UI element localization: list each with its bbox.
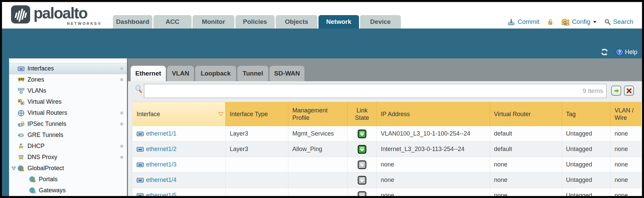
subtab-sd-wan[interactable]: SD-WAN (270, 66, 304, 81)
sidebar-list: InterfacesZonesVLANsVirtual WiresVirtual… (9, 63, 127, 196)
sidebar-item-zones[interactable]: Zones (9, 74, 127, 85)
column-header-management-profile[interactable]: Management Profile (288, 102, 348, 126)
cell-virtual-router: default (490, 126, 562, 141)
sidebar-item-portals[interactable]: Portals (9, 174, 127, 185)
table-row[interactable]: ethernet1/3nonenoneUntaggednone (133, 157, 641, 172)
cell-management-profile (288, 188, 348, 196)
link-state-down-icon (358, 160, 366, 169)
column-header-interface[interactable]: Interface (133, 102, 226, 126)
virtual-wires-icon (18, 99, 24, 105)
interfaces-icon (18, 65, 24, 72)
sidebar-item-label: Interfaces (27, 65, 54, 72)
interface-icon (137, 147, 144, 152)
sidebar-item-label: Virtual Routers (27, 109, 67, 116)
cell-interface: ethernet1/3 (133, 157, 226, 172)
help-icon: ? (616, 48, 624, 56)
sidebar-item-dns-proxy[interactable]: DNSDNS Proxy (9, 152, 127, 163)
app-window: paloalto NETWORKS® DashboardACCMonitorPo… (0, 0, 644, 198)
column-header-link-state[interactable]: Link State (348, 102, 377, 126)
search-button[interactable]: Search (604, 18, 633, 26)
column-header-tag[interactable]: Tag (562, 102, 611, 126)
cell-vlan-wire: none (611, 188, 642, 196)
clear-filter-button[interactable] (624, 86, 634, 96)
cell-management-profile: Mgmt_Services (288, 126, 348, 141)
nav-tab-acc[interactable]: ACC (153, 15, 192, 29)
column-header-interface-type[interactable]: Interface Type (226, 102, 288, 126)
nav-tab-objects[interactable]: Objects (276, 15, 317, 29)
sidebar-item-label: VLANs (27, 87, 46, 94)
table-row[interactable]: ethernet1/2Layer3Allow_PingInternet_L3_2… (133, 142, 641, 157)
sidebar-item-globalprotect[interactable]: GlobalProtect (9, 163, 127, 174)
column-header-virtual-router[interactable]: Virtual Router (490, 102, 562, 126)
paloalto-logo-icon (11, 5, 30, 23)
nav-tab-network[interactable]: Network (318, 15, 359, 29)
status-dot (120, 156, 123, 159)
left-gutter (2, 58, 9, 196)
filter-input[interactable] (144, 84, 606, 98)
subtab-ethernet[interactable]: Ethernet (131, 66, 166, 81)
cell-interface-type: Layer3 (226, 142, 288, 157)
sidebar-item-dhcp[interactable]: IPDHCP (9, 141, 127, 152)
cell-interface-type (226, 172, 288, 188)
top-bar: paloalto NETWORKS® DashboardACCMonitorPo… (2, 2, 642, 29)
cell-virtual-router: none (490, 188, 562, 196)
gre-tunnels-icon (18, 132, 24, 139)
sidebar-item-virtual-wires[interactable]: Virtual Wires (9, 96, 127, 107)
portals-icon (29, 176, 36, 183)
nav-tab-device[interactable]: Device (360, 15, 401, 29)
interface-link[interactable]: ethernet1/2 (146, 146, 176, 153)
commit-button[interactable]: Commit (507, 18, 539, 26)
status-dot (120, 78, 123, 81)
nav-tab-dashboard[interactable]: Dashboard (113, 15, 152, 29)
help-label: Help (625, 49, 637, 56)
cell-ip-address: none (377, 157, 490, 172)
column-header-ip-address[interactable]: IP Address (377, 102, 490, 126)
interface-link[interactable]: ethernet1/4 (146, 177, 176, 184)
sidebar-item-ipsec-tunnels[interactable]: IPSec Tunnels (9, 118, 127, 130)
interface-icon (137, 193, 144, 196)
sidebar-item-label: DNS Proxy (27, 154, 57, 161)
main-panel: EthernetVLANLoopbackTunnelSD-WAN 9 items… (128, 58, 642, 196)
svg-text:?: ? (618, 49, 621, 55)
status-dot (120, 122, 123, 126)
help-button[interactable]: ? Help (616, 48, 637, 56)
interface-link[interactable]: ethernet1/5 (146, 192, 176, 196)
nav-tab-policies[interactable]: Policies (235, 15, 275, 29)
dhcp-icon: IP (18, 143, 24, 150)
cell-vlan-wire: none (611, 142, 642, 157)
lock-button[interactable] (547, 18, 554, 26)
sidebar-item-vlans[interactable]: VLANs (9, 85, 127, 96)
subtab-tunnel[interactable]: Tunnel (237, 66, 268, 81)
brand-subtitle: NETWORKS® (67, 21, 102, 26)
zones-icon (18, 77, 24, 83)
cell-tag: Untagged (562, 157, 611, 172)
expand-triangle-icon[interactable] (11, 166, 16, 170)
svg-text:DNS: DNS (19, 155, 24, 157)
sidebar-item-gre-tunnels[interactable]: GRE Tunnels (9, 130, 127, 141)
table-row[interactable]: ethernet1/4nonenoneUntaggednone (133, 172, 641, 188)
config-folder-icon (561, 18, 570, 26)
sidebar-item-label: GRE Tunnels (27, 132, 63, 139)
cell-interface: ethernet1/4 (133, 172, 226, 188)
column-header-vlan-wire[interactable]: VLAN / Wire (611, 102, 642, 126)
interface-icon (137, 162, 144, 167)
sidebar-item-interfaces[interactable]: Interfaces (9, 63, 127, 74)
interface-link[interactable]: ethernet1/3 (146, 161, 176, 168)
subtab-loopback[interactable]: Loopback (195, 66, 236, 81)
subtab-vlan[interactable]: VLAN (167, 66, 194, 81)
sort-dropdown-icon[interactable] (218, 112, 224, 116)
sidebar-item-gateways[interactable]: Gateways (9, 185, 127, 196)
table-row[interactable]: ethernet1/1Layer3Mgmt_ServicesVLAN0100_L… (133, 126, 641, 142)
interface-link[interactable]: ethernet1/1 (146, 130, 176, 137)
link-state-up-icon (358, 145, 366, 154)
subtab-strip: EthernetVLANLoopbackTunnelSD-WAN (128, 58, 642, 81)
nav-tab-monitor[interactable]: Monitor (193, 15, 234, 29)
config-menu-button[interactable]: Config (561, 18, 597, 26)
cell-link-state (348, 142, 377, 157)
status-dot (120, 145, 123, 148)
refresh-icon[interactable] (600, 48, 609, 56)
link-state-up-icon (358, 130, 366, 138)
apply-filter-button[interactable] (611, 86, 621, 96)
table-row[interactable]: ethernet1/5nonenoneUntaggednone (133, 188, 641, 196)
sidebar-item-virtual-routers[interactable]: Virtual Routers (9, 107, 127, 118)
